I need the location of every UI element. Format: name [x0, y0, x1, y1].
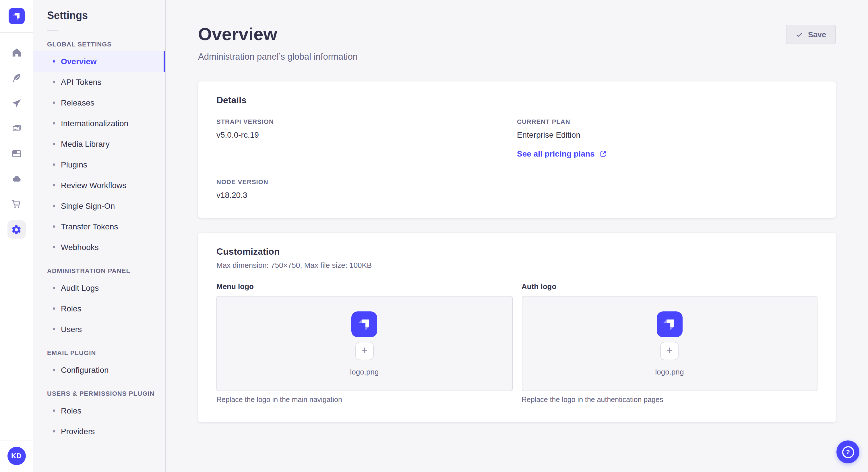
bullet-icon — [53, 369, 55, 371]
bullet-icon — [53, 60, 55, 63]
customization-card: Customization Max dimension: 750×750, Ma… — [198, 233, 836, 422]
menu-logo-caption: Replace the logo in the main navigation — [216, 396, 513, 404]
menu-logo-dropzone[interactable]: + logo.png — [216, 296, 513, 391]
current-plan-field: CURRENT PLAN Enterprise Edition See all … — [517, 118, 817, 159]
sidebar-item-single-sign-on[interactable]: Single Sign-On — [33, 196, 165, 216]
customization-heading: Customization — [216, 247, 817, 257]
details-heading: Details — [216, 95, 817, 105]
sidebar-item-api-tokens[interactable]: API Tokens — [33, 72, 165, 92]
sidebar-item-review-workflows[interactable]: Review Workflows — [33, 175, 165, 196]
page-header: Overview Administration panel’s global i… — [198, 25, 836, 62]
subnav-title: Settings — [47, 10, 165, 22]
sidebar-item-plugins[interactable]: Plugins — [33, 154, 165, 175]
home-icon[interactable] — [7, 43, 26, 62]
section-global-settings: GLOBAL SETTINGS Overview API Tokens Rele… — [33, 41, 165, 258]
bullet-icon — [53, 164, 55, 166]
auth-logo-filename: logo.png — [655, 367, 684, 376]
subnav-divider — [47, 30, 58, 31]
section-label: USERS & PERMISSIONS PLUGIN — [47, 390, 165, 397]
bullet-icon — [53, 205, 55, 207]
layout-icon[interactable] — [7, 144, 26, 163]
sidebar-item-overview[interactable]: Overview — [33, 51, 165, 72]
cart-icon[interactable] — [7, 195, 26, 213]
sidebar-item-transfer-tokens[interactable]: Transfer Tokens — [33, 216, 165, 237]
user-avatar[interactable]: KD — [7, 447, 26, 465]
sidebar-item-internationalization[interactable]: Internationalization — [33, 113, 165, 134]
save-button[interactable]: Save — [786, 25, 836, 44]
feather-icon[interactable] — [7, 69, 26, 87]
main-content: Overview Administration panel’s global i… — [166, 0, 868, 472]
bullet-icon — [53, 287, 55, 289]
section-label: ADMINISTRATION PANEL — [47, 267, 165, 274]
menu-logo-filename: logo.png — [350, 367, 379, 376]
bullet-icon — [53, 81, 55, 83]
rail-icon-list — [7, 33, 26, 245]
main-nav-rail: KD — [0, 0, 33, 472]
settings-subnav: Settings GLOBAL SETTINGS Overview API To… — [33, 0, 166, 472]
strapi-logo[interactable] — [8, 8, 24, 24]
sidebar-item-up-providers[interactable]: Providers — [33, 421, 165, 442]
section-administration-panel: ADMINISTRATION PANEL Audit Logs Roles Us… — [33, 267, 165, 339]
section-users-permissions-plugin: USERS & PERMISSIONS PLUGIN Roles Provide… — [33, 390, 165, 442]
strapi-logo-icon — [9, 9, 23, 23]
pricing-plans-link[interactable]: See all pricing plans — [517, 149, 607, 158]
workspace-logo-area — [0, 0, 33, 33]
bullet-icon — [53, 328, 55, 330]
strapi-version-field: STRAPI VERSION v5.0.0-rc.19 — [216, 118, 517, 159]
bullet-icon — [53, 122, 55, 125]
menu-logo-input: Menu logo + logo.png Replace the logo — [216, 282, 513, 404]
page-subtitle: Administration panel’s global informatio… — [198, 52, 358, 62]
page-title: Overview — [198, 25, 358, 44]
sidebar-item-audit-logs[interactable]: Audit Logs — [33, 278, 165, 298]
bullet-icon — [53, 225, 55, 228]
cloud-icon[interactable] — [7, 170, 26, 188]
sidebar-item-media-library[interactable]: Media Library — [33, 134, 165, 154]
logos-grid: Menu logo + logo.png Replace the logo — [216, 282, 817, 404]
strapi-logo-icon — [353, 313, 375, 335]
auth-logo-dropzone[interactable]: + logo.png — [522, 296, 817, 391]
images-icon[interactable] — [7, 119, 26, 138]
external-link-icon — [599, 150, 607, 158]
bullet-icon — [53, 246, 55, 248]
bullet-icon — [53, 184, 55, 187]
menu-logo-preview — [352, 311, 377, 337]
customization-subheading: Max dimension: 750×750, Max file size: 1… — [216, 261, 817, 270]
bullet-icon — [53, 307, 55, 310]
check-icon — [796, 31, 803, 38]
sidebar-item-email-configuration[interactable]: Configuration — [33, 360, 165, 380]
auth-logo-caption: Replace the logo in the authentication p… — [522, 396, 817, 404]
bullet-icon — [53, 409, 55, 412]
bullet-icon — [53, 102, 55, 104]
rail-footer: KD — [0, 440, 33, 472]
sidebar-item-admin-users[interactable]: Users — [33, 319, 165, 339]
bullet-icon — [53, 143, 55, 145]
sidebar-item-releases[interactable]: Releases — [33, 92, 165, 113]
sidebar-item-webhooks[interactable]: Webhooks — [33, 237, 165, 258]
add-auth-logo-button[interactable]: + — [660, 341, 679, 360]
auth-logo-input: Auth logo + logo.png Replace the logo — [522, 282, 817, 404]
strapi-logo-icon — [659, 313, 681, 335]
auth-logo-preview — [657, 311, 683, 337]
sidebar-item-admin-roles[interactable]: Roles — [33, 298, 165, 319]
add-menu-logo-button[interactable]: + — [355, 341, 374, 360]
plus-icon: + — [666, 345, 673, 356]
section-label: EMAIL PLUGIN — [47, 349, 165, 356]
sidebar-item-up-roles[interactable]: Roles — [33, 400, 165, 421]
details-grid: STRAPI VERSION v5.0.0-rc.19 CURRENT PLAN… — [216, 118, 817, 200]
section-email-plugin: EMAIL PLUGIN Configuration — [33, 349, 165, 380]
details-card: Details STRAPI VERSION v5.0.0-rc.19 CURR… — [198, 81, 836, 218]
paper-plane-icon[interactable] — [7, 94, 26, 112]
strapi-admin-app: KD Settings GLOBAL SETTINGS Overview API… — [0, 0, 868, 472]
node-version-field: NODE VERSION v18.20.3 — [216, 178, 517, 200]
question-mark-icon: ? — [842, 446, 854, 458]
gear-icon[interactable] — [7, 220, 26, 239]
help-button[interactable]: ? — [836, 440, 859, 463]
section-label: GLOBAL SETTINGS — [47, 41, 165, 47]
bullet-icon — [53, 430, 55, 432]
plus-icon: + — [361, 345, 367, 356]
